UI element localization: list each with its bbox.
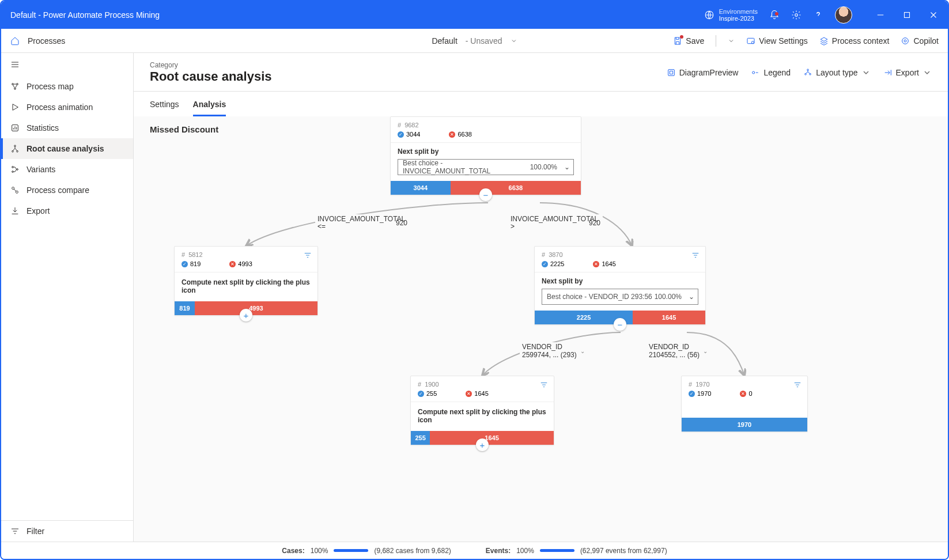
node-left-1: # 5812 ✓819 ✕4993 Compute next split by … — [174, 246, 318, 316]
hamburger-button[interactable] — [1, 53, 133, 76]
save-chevron-icon[interactable] — [728, 37, 735, 44]
environment-selector[interactable]: Environments Inspire-2023 — [704, 8, 758, 22]
chevron-down-icon: ⌄ — [689, 293, 694, 301]
window-maximize-icon[interactable] — [902, 10, 912, 20]
filter-icon[interactable] — [304, 251, 312, 259]
sidebar-item-statistics[interactable]: Statistics — [1, 118, 133, 138]
node-count: 1900 — [425, 381, 438, 388]
svg-point-14 — [12, 167, 14, 168]
legend-button[interactable]: Legend — [751, 68, 791, 77]
save-dirty-dot — [680, 35, 683, 39]
layout-type-button[interactable]: Layout type — [803, 68, 870, 77]
compare-icon — [10, 186, 20, 195]
filter-icon[interactable] — [793, 381, 801, 389]
view-settings-button[interactable]: View Settings — [746, 36, 808, 46]
settings-icon[interactable] — [791, 10, 801, 20]
svg-point-4 — [752, 41, 754, 43]
app-title: Default - Power Automate Process Mining — [10, 10, 160, 20]
hash-icon: # — [542, 251, 545, 258]
filter-icon — [10, 527, 20, 536]
x-icon: ✕ — [449, 131, 455, 138]
edge-label-3: VENDOR_ID 2599744, ... (293) ⌄ — [520, 342, 587, 360]
svg-point-9 — [14, 88, 16, 90]
svg-rect-3 — [747, 38, 754, 43]
process-context-button[interactable]: Process context — [819, 36, 890, 46]
chevron-down-icon[interactable] — [511, 37, 517, 44]
diagram-preview-button[interactable]: DiagramPreview — [667, 68, 739, 77]
svg-point-8 — [17, 84, 18, 85]
hash-icon: # — [398, 122, 401, 128]
svg-point-11 — [14, 145, 16, 147]
process-map-icon — [10, 82, 20, 91]
check-icon: ✓ — [182, 261, 188, 267]
edge-label-1: INVOICE_AMOUNT_TOTAL <= 920 — [315, 214, 410, 232]
copilot-button[interactable]: Copilot — [901, 36, 939, 46]
svg-point-13 — [17, 150, 18, 152]
node-count: 3870 — [549, 251, 562, 258]
toolbar: Processes Default - Unsaved Save View Se… — [1, 29, 948, 53]
events-progress-bar — [540, 549, 574, 552]
node-root: # 9682 ✓3044 ✕6638 Next split by Best ch… — [390, 116, 581, 195]
tab-analysis[interactable]: Analysis — [193, 100, 226, 116]
node-bar: 1970 — [682, 418, 807, 432]
chevron-down-icon[interactable]: ⌄ — [580, 348, 585, 354]
node-count: 5812 — [188, 251, 202, 258]
hash-icon: # — [182, 251, 185, 258]
filter-icon[interactable] — [540, 381, 548, 389]
window-close-icon[interactable] — [928, 10, 939, 20]
svg-rect-19 — [668, 70, 674, 76]
x-icon: ✕ — [466, 391, 472, 397]
chevron-down-icon — [861, 68, 871, 77]
split-selector[interactable]: Best choice - VENDOR_ID 293:56 100.00% ⌄ — [542, 289, 698, 305]
status-bar: Cases: 100% (9,682 cases from 9,682) Eve… — [1, 542, 948, 559]
node-right-1: # 3870 ✓2225 ✕1645 Next split by Best ch… — [534, 246, 706, 325]
save-button[interactable]: Save — [673, 36, 704, 46]
cases-progress-bar — [334, 549, 368, 552]
hash-icon: # — [418, 381, 421, 388]
split-selector[interactable]: Best choice - INVOICE_AMOUNT_TOTAL 100.0… — [398, 159, 574, 175]
analysis-title: Missed Discount — [150, 124, 218, 134]
expand-button[interactable]: + — [476, 438, 489, 451]
sidebar-item-process-compare[interactable]: Process compare — [1, 180, 133, 200]
window-minimize-icon[interactable] — [875, 10, 886, 20]
svg-point-23 — [810, 73, 811, 75]
x-icon: ✕ — [740, 391, 746, 397]
main-content: Category Root cause analysis DiagramPrev… — [134, 53, 948, 542]
svg-point-1 — [795, 14, 798, 17]
user-avatar[interactable] — [835, 6, 852, 24]
app-header: Default - Power Automate Process Mining … — [1, 1, 948, 29]
edge-label-2: INVOICE_AMOUNT_TOTAL > 920 — [508, 214, 603, 232]
page-title: Root cause analysis — [150, 69, 272, 84]
svg-point-20 — [753, 71, 755, 74]
expand-button[interactable]: + — [240, 309, 252, 321]
svg-point-16 — [17, 169, 18, 171]
breadcrumb-processes[interactable]: Processes — [28, 36, 65, 46]
check-icon: ✓ — [542, 261, 548, 267]
collapse-button[interactable]: − — [614, 318, 626, 331]
sidebar-item-root-cause[interactable]: Root cause analysis — [1, 138, 133, 159]
sidebar-item-variants[interactable]: Variants — [1, 159, 133, 180]
collapse-button[interactable]: − — [479, 188, 492, 201]
sidebar: Process map Process animation Statistics… — [1, 53, 134, 542]
tab-settings[interactable]: Settings — [150, 100, 179, 116]
help-icon[interactable] — [813, 10, 823, 20]
home-icon[interactable] — [10, 36, 20, 46]
x-icon: ✕ — [593, 261, 599, 267]
check-icon: ✓ — [689, 391, 695, 397]
page-category: Category — [150, 61, 272, 69]
breadcrumb-state: - Unsaved — [466, 36, 502, 46]
sidebar-filter-button[interactable]: Filter — [1, 520, 133, 542]
notifications-icon[interactable] — [769, 10, 780, 20]
root-cause-icon — [10, 144, 20, 153]
diagram-canvas[interactable]: Missed Discount INVOICE_AMOUNT_TOTAL <= … — [134, 116, 948, 542]
check-icon: ✓ — [398, 131, 404, 138]
sidebar-item-process-map[interactable]: Process map — [1, 76, 133, 97]
chevron-down-icon[interactable]: ⌄ — [703, 348, 708, 354]
sidebar-item-export[interactable]: Export — [1, 200, 133, 221]
export-button[interactable]: Export — [883, 68, 932, 77]
sidebar-item-process-animation[interactable]: Process animation — [1, 97, 133, 118]
check-icon: ✓ — [418, 391, 424, 397]
variants-icon — [10, 165, 20, 174]
svg-point-5 — [902, 37, 909, 44]
filter-icon[interactable] — [691, 251, 700, 259]
